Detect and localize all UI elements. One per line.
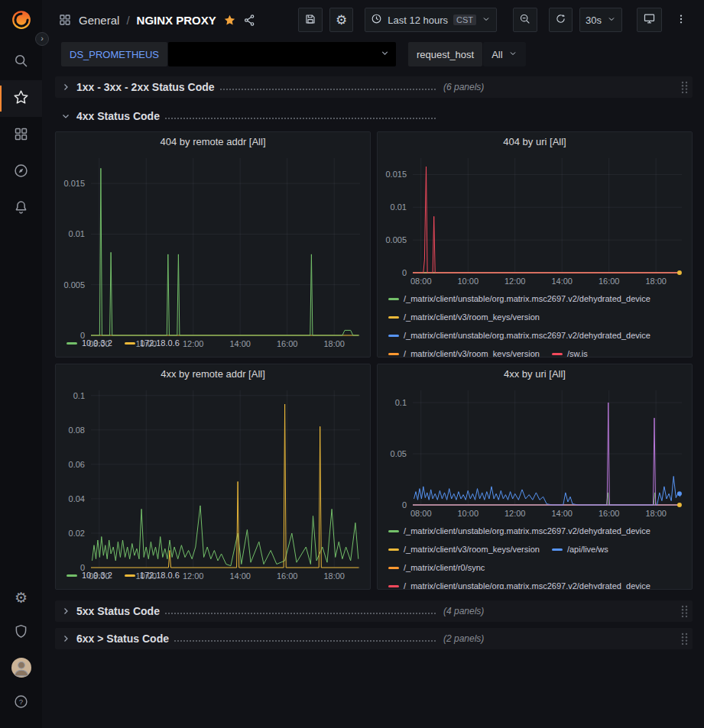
datasource-variable: DS_PROMETHEUS: [61, 42, 396, 66]
save-dashboard-button[interactable]: [298, 8, 323, 32]
svg-text:12:00: 12:00: [183, 571, 204, 581]
sidebar: ⚙ ?: [0, 0, 42, 728]
svg-text:0: 0: [402, 500, 407, 510]
svg-text:0: 0: [80, 331, 85, 340]
sidebar-item-server-admin[interactable]: [0, 615, 42, 650]
time-series-chart[interactable]: 08:0010:0012:0014:0016:0018:0000.0050.01…: [378, 152, 692, 288]
legend-item[interactable]: /_matrix/client/v3/room_keys/version: [388, 308, 540, 326]
apps-grid-icon[interactable]: [58, 13, 72, 27]
svg-text:14:00: 14:00: [229, 339, 251, 348]
shield-icon: [13, 623, 29, 642]
refresh-interval-dropdown[interactable]: 30s: [579, 8, 622, 32]
refresh-button[interactable]: [549, 8, 573, 32]
legend-item[interactable]: /_matrix/client/r0/sync: [388, 558, 485, 577]
row-panel-count: (4 panels): [443, 606, 484, 616]
legend-series-swatch: [388, 298, 399, 300]
legend-item[interactable]: /api/live/ws: [552, 540, 608, 558]
svg-text:18:00: 18:00: [323, 339, 345, 348]
legend-series-swatch: [552, 353, 563, 355]
row-header-1xx-3xx-2xx[interactable]: 1xx - 3xx - 2xx Status Code (6 panels): [55, 76, 693, 98]
svg-text:0.06: 0.06: [69, 460, 85, 469]
sidebar-item-dashboards[interactable]: [0, 117, 42, 154]
svg-text:0.08: 0.08: [69, 425, 85, 435]
panel-title[interactable]: 404 by remote addr [All]: [56, 132, 370, 152]
chart-legend: /_matrix/client/unstable/org.matrix.msc2…: [378, 288, 692, 357]
row-panel-count: (6 panels): [443, 82, 484, 92]
svg-text:08:00: 08:00: [410, 509, 432, 518]
refresh-interval-label: 30s: [586, 15, 602, 26]
row-header-5xx[interactable]: 5xx Status Code (4 panels): [55, 600, 693, 622]
time-series-chart[interactable]: 08:0010:0012:0014:0016:0018:0000.020.040…: [56, 384, 370, 565]
panel-title[interactable]: 404 by uri [All]: [378, 132, 692, 152]
svg-text:?: ?: [19, 697, 23, 706]
legend-item[interactable]: /_matrix/client/unstable/org.matrix.msc2…: [388, 290, 650, 308]
breadcrumb-separator: /: [126, 14, 129, 27]
panel-title[interactable]: 4xx by uri [All]: [378, 364, 692, 384]
legend-item[interactable]: /sw.js: [552, 345, 588, 357]
svg-text:0.1: 0.1: [395, 398, 407, 407]
row-title: 5xx Status Code: [76, 605, 160, 617]
datasource-select[interactable]: [168, 42, 396, 66]
svg-text:10:00: 10:00: [457, 509, 479, 518]
row-header-4xx[interactable]: 4xx Status Code: [55, 105, 693, 127]
tv-mode-button[interactable]: [637, 8, 662, 32]
sidebar-item-explore[interactable]: [0, 154, 42, 190]
grafana-logo-icon[interactable]: [8, 7, 34, 33]
svg-text:0.015: 0.015: [63, 179, 85, 188]
svg-text:0.005: 0.005: [385, 235, 407, 244]
row-title: 4xx Status Code: [76, 110, 160, 122]
sidebar-item-alerting[interactable]: [0, 190, 42, 227]
legend-series-label: /_matrix/client/unstable/org.matrix.msc2…: [404, 577, 650, 589]
top-navbar: General / NGINX PROXY ⚙: [42, 0, 704, 40]
svg-text:0: 0: [80, 563, 85, 572]
save-icon: [304, 13, 316, 28]
time-series-chart[interactable]: 08:0010:0012:0014:0016:0018:0000.0050.01…: [56, 152, 370, 332]
share-icon[interactable]: [243, 14, 256, 27]
variables-bar: DS_PROMETHEUS request_host All: [42, 40, 704, 69]
breadcrumb-section[interactable]: General: [79, 14, 119, 27]
more-options-button[interactable]: [669, 8, 693, 32]
favorite-star-icon[interactable]: [223, 14, 236, 27]
svg-text:0.1: 0.1: [73, 391, 85, 400]
time-range-picker[interactable]: Last 12 hours CST: [365, 8, 497, 32]
chevron-down-icon: [607, 15, 616, 26]
sidebar-item-profile[interactable]: [0, 650, 42, 685]
dashboard-body: 1xx - 3xx - 2xx Status Code (6 panels) 4…: [42, 69, 704, 728]
legend-item[interactable]: /_matrix/client/unstable/org.matrix.msc2…: [388, 577, 650, 589]
legend-item[interactable]: /_matrix/client/v3/room_keys/version: [388, 345, 540, 357]
panel-grid: 404 by remote addr [All] 08:0010:0012:00…: [55, 131, 693, 590]
svg-text:12:00: 12:00: [183, 339, 204, 348]
row-header-6xx[interactable]: 6xx > Status Code (2 panels): [55, 628, 693, 649]
svg-text:14:00: 14:00: [551, 277, 573, 286]
drag-handle-icon[interactable]: [680, 80, 689, 94]
main-area: General / NGINX PROXY ⚙: [42, 0, 704, 728]
svg-text:12:00: 12:00: [504, 277, 526, 286]
row-panel-count: (2 panels): [443, 633, 484, 644]
navbar-actions: ⚙ Last 12 hours CST: [298, 8, 693, 32]
sidebar-item-starred[interactable]: [0, 80, 42, 117]
svg-text:0.04: 0.04: [69, 494, 85, 503]
zoom-out-button[interactable]: [513, 8, 537, 32]
svg-text:18:00: 18:00: [645, 277, 667, 286]
legend-series-label: /_matrix/client/v3/room_keys/version: [404, 345, 540, 357]
drag-handle-icon[interactable]: [680, 604, 689, 618]
gear-icon: ⚙: [15, 590, 28, 605]
dashboard-title[interactable]: NGINX PROXY: [137, 14, 216, 27]
row-title: 6xx > Status Code: [76, 633, 169, 645]
dashboard-settings-button[interactable]: ⚙: [329, 8, 353, 32]
sidebar-item-configuration[interactable]: ⚙: [0, 580, 42, 615]
row-dots-leader: [220, 89, 436, 90]
request-host-select[interactable]: All: [483, 42, 525, 66]
svg-text:0.015: 0.015: [385, 170, 407, 179]
sidebar-item-search[interactable]: [0, 44, 42, 80]
legend-series-swatch: [388, 567, 399, 569]
sidebar-expand-button[interactable]: ›: [35, 32, 49, 46]
drag-handle-icon[interactable]: [680, 632, 689, 645]
time-series-chart[interactable]: 08:0010:0012:0014:0016:0018:0000.050.1: [378, 384, 692, 520]
legend-item[interactable]: /_matrix/client/v3/room_keys/version: [388, 540, 540, 558]
legend-item[interactable]: /_matrix/client/unstable/org.matrix.msc2…: [388, 522, 650, 540]
legend-item[interactable]: /_matrix/client/unstable/org.matrix.msc2…: [388, 326, 650, 345]
sidebar-item-help[interactable]: ?: [0, 685, 42, 720]
legend-series-label: /_matrix/client/unstable/org.matrix.msc2…: [404, 522, 650, 540]
panel-title[interactable]: 4xx by remote addr [All]: [56, 364, 370, 384]
